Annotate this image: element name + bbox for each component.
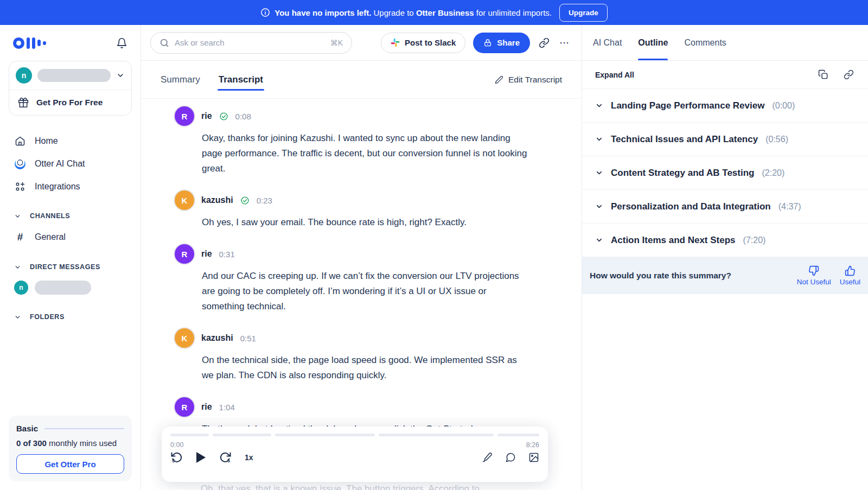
sidebar-item-channel-general[interactable]: # General: [9, 225, 132, 249]
account-avatar: n: [16, 67, 32, 84]
chevron-down-icon[interactable]: [595, 169, 603, 177]
outline-item-title[interactable]: Action Items and Next Steps: [611, 235, 736, 246]
audio-segment[interactable]: [170, 434, 209, 436]
outline-item-title[interactable]: Personalization and Data Integration: [611, 201, 771, 212]
rewind-5-button[interactable]: 5: [170, 451, 183, 464]
audio-segment[interactable]: [379, 434, 494, 436]
copy-link-icon[interactable]: [538, 36, 551, 49]
waveform-progress[interactable]: [170, 434, 539, 436]
outline-item-timestamp[interactable]: (0:56): [765, 135, 788, 144]
transcript-message: R rie 0:31 And our CAC is creeping up. I…: [175, 244, 560, 314]
speaker-name[interactable]: kazushi: [201, 333, 233, 343]
audio-segment[interactable]: [275, 434, 375, 436]
get-pro-for-free[interactable]: Get Pro For Free: [9, 90, 131, 115]
playback-speed-button[interactable]: 1x: [245, 453, 253, 462]
chevron-down-icon: [14, 264, 21, 271]
outline-item[interactable]: Landing Page Performance Review (0:00): [582, 89, 868, 123]
more-options-icon[interactable]: ⋯: [558, 36, 571, 50]
play-button[interactable]: [196, 452, 206, 463]
transcript-tabbar: Summary Transcript Edit Transcript: [141, 61, 582, 99]
message-timestamp[interactable]: 0:51: [240, 334, 256, 343]
speaker-name[interactable]: kazushi: [201, 195, 233, 205]
account-switcher[interactable]: n: [9, 61, 131, 90]
outline-item-timestamp[interactable]: (7:20): [743, 236, 766, 245]
search-input[interactable]: Ask or search ⌘K: [150, 32, 352, 54]
speaker-avatar[interactable]: R: [175, 397, 194, 417]
logo-o: [13, 37, 24, 49]
outline-item[interactable]: Technical Issues and API Latency (0:56): [582, 123, 868, 156]
plan-usage-card: Basic 0 of 300 monthly mins used Get Ott…: [9, 416, 132, 481]
audio-segment[interactable]: [213, 434, 271, 436]
panel-tabbar: AI Chat Outline Comments: [582, 25, 868, 61]
outline-item-timestamp[interactable]: (0:00): [772, 101, 795, 111]
message-text[interactable]: And our CAC is creeping up. If we can’t …: [202, 269, 527, 314]
direct-messages-section-header[interactable]: DIRECT MESSAGES: [9, 258, 132, 276]
post-to-slack-label: Post to Slack: [405, 38, 456, 47]
speaker-name[interactable]: rie: [201, 111, 212, 121]
edit-transcript-button[interactable]: Edit Transcript: [495, 75, 562, 85]
outline-list: Landing Page Performance Review (0:00) T…: [582, 89, 868, 257]
outline-item-title[interactable]: Content Strategy and AB Testing: [611, 168, 754, 179]
banner-bold-1: You have no imports left.: [275, 8, 371, 17]
otter-logo[interactable]: [13, 35, 46, 51]
folders-label: FOLDERS: [30, 313, 65, 321]
chevron-down-icon[interactable]: [595, 236, 603, 244]
speaker-avatar[interactable]: R: [175, 244, 194, 264]
message-text[interactable]: Okay, thanks for joining Kazushi. I want…: [202, 131, 527, 176]
tab-outline[interactable]: Outline: [638, 25, 668, 60]
outline-item-title[interactable]: Landing Page Performance Review: [611, 100, 764, 111]
message-timestamp[interactable]: 0:23: [257, 196, 272, 205]
home-icon: [14, 136, 26, 147]
tab-transcript[interactable]: Transcript: [219, 61, 263, 98]
not-useful-button[interactable]: Not Useful: [797, 265, 831, 286]
annotate-pencil-icon[interactable]: [482, 452, 493, 463]
outline-item[interactable]: Personalization and Data Integration (4:…: [582, 190, 868, 224]
upgrade-button[interactable]: Upgrade: [559, 4, 608, 22]
outline-item[interactable]: Content Strategy and AB Testing (2:20): [582, 156, 868, 190]
speaker-avatar[interactable]: K: [175, 190, 194, 210]
sidebar-item-otter-ai-chat[interactable]: Otter AI Chat: [9, 152, 132, 175]
speaker-avatar[interactable]: R: [175, 106, 194, 126]
message-timestamp[interactable]: 0:31: [219, 250, 235, 259]
folders-section-header[interactable]: FOLDERS: [9, 308, 132, 326]
outline-item-title[interactable]: Technical Issues and API Latency: [611, 134, 758, 145]
sidebar-item-integrations[interactable]: Integrations: [9, 175, 132, 198]
speaker-avatar[interactable]: K: [175, 328, 194, 348]
outline-link-icon[interactable]: [843, 68, 855, 81]
share-label: Share: [497, 38, 520, 47]
expand-all-button[interactable]: Expand All: [595, 71, 634, 79]
message-text[interactable]: Oh yes, I saw your email. The bounce rat…: [202, 215, 527, 230]
speaker-name[interactable]: rie: [201, 402, 212, 412]
tab-summary[interactable]: Summary: [161, 61, 200, 98]
post-to-slack-button[interactable]: Post to Slack: [381, 33, 465, 53]
verified-check-icon: [219, 112, 228, 121]
get-otter-pro-button[interactable]: Get Otter Pro: [16, 454, 124, 474]
speaker-name[interactable]: rie: [201, 249, 212, 259]
message-timestamp[interactable]: 1:04: [219, 403, 235, 412]
message-text[interactable]: On the technical side, the page load spe…: [202, 353, 527, 383]
share-button[interactable]: Share: [473, 33, 530, 53]
chevron-down-icon[interactable]: [595, 202, 603, 211]
direct-message-item[interactable]: n: [9, 276, 132, 299]
chevron-down-icon[interactable]: [595, 135, 603, 143]
tab-ai-chat[interactable]: AI Chat: [593, 25, 622, 60]
chevron-down-icon[interactable]: [595, 101, 603, 110]
outline-item-timestamp[interactable]: (2:20): [762, 168, 784, 178]
sidebar-item-home[interactable]: Home: [9, 130, 132, 152]
message-timestamp[interactable]: 0:08: [235, 112, 251, 121]
outline-item-timestamp[interactable]: (4:37): [778, 202, 801, 212]
plan-usage-rest: monthly mins used: [47, 438, 117, 448]
pencil-icon: [495, 75, 503, 84]
otter-ai-chat-icon: [14, 158, 26, 169]
useful-button[interactable]: Useful: [840, 265, 860, 286]
audio-segment[interactable]: [497, 434, 539, 436]
copy-outline-icon[interactable]: [817, 68, 829, 81]
next-message-faded-text: Oh, that yes, that is a known issue. The…: [201, 483, 480, 490]
add-image-icon[interactable]: [528, 452, 539, 463]
comment-bubble-icon[interactable]: [505, 452, 516, 463]
notifications-bell-icon[interactable]: [115, 36, 129, 50]
outline-item[interactable]: Action Items and Next Steps (7:20): [582, 224, 868, 257]
tab-comments[interactable]: Comments: [684, 25, 726, 60]
forward-5-button[interactable]: 5: [219, 451, 232, 464]
channels-section-header[interactable]: CHANNELS: [9, 207, 132, 225]
